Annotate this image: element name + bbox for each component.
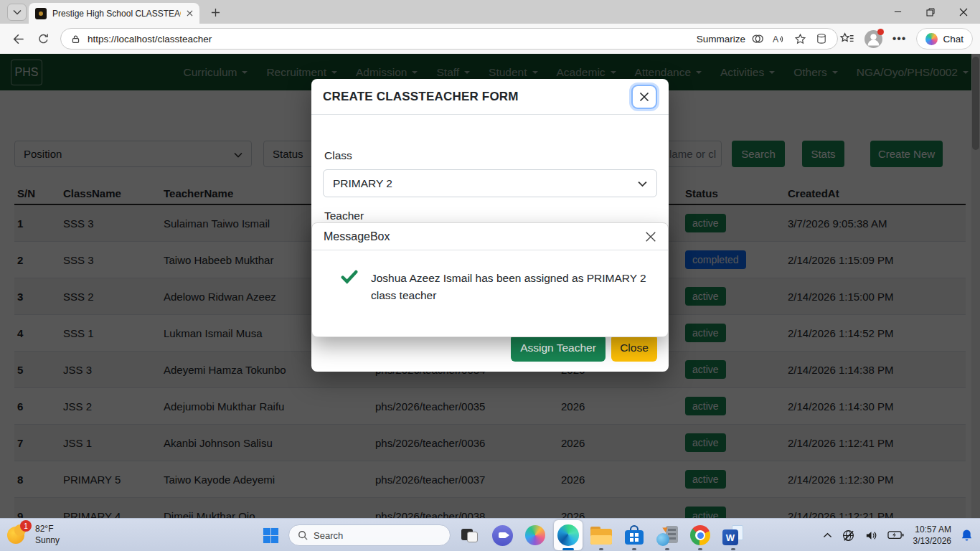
desktop: Prestige High School CLASSTEACH bbox=[0, 0, 980, 551]
taskbar-center: Search W bbox=[257, 520, 748, 550]
messagebox-modal: MessageBox Joshua Azeez Ismail has been … bbox=[311, 222, 669, 337]
no-internet-icon[interactable] bbox=[842, 529, 855, 542]
window-controls bbox=[881, 0, 980, 24]
chat-label: Chat bbox=[943, 34, 963, 44]
copilot-icon[interactable] bbox=[521, 520, 550, 550]
chrome-browser-icon[interactable] bbox=[686, 520, 715, 550]
messagebox-message: Joshua Azeez Ismail has been assigned as… bbox=[371, 270, 649, 304]
battery-charging-icon[interactable] bbox=[887, 530, 904, 540]
browser-tab[interactable]: Prestige High School CLASSTEACH bbox=[29, 3, 199, 24]
success-check-icon bbox=[341, 270, 358, 284]
edge-browser-icon[interactable] bbox=[554, 520, 583, 550]
assign-teacher-button[interactable]: Assign Teacher bbox=[511, 334, 606, 362]
database-icon[interactable] bbox=[816, 33, 827, 44]
toolbar-right: ••• Chat bbox=[839, 28, 973, 50]
copilot-chat-button[interactable]: Chat bbox=[916, 28, 973, 50]
window-minimize-button[interactable] bbox=[881, 0, 914, 24]
iis-server-icon[interactable] bbox=[653, 520, 682, 550]
lock-icon bbox=[71, 34, 80, 44]
taskbar: 1 82°F Sunny Search W bbox=[0, 518, 980, 551]
weather-condition: Sunny bbox=[35, 534, 60, 546]
taskbar-search-placeholder: Search bbox=[314, 530, 343, 541]
notification-badge: 1 bbox=[20, 520, 32, 532]
favorites-star-icon[interactable] bbox=[794, 33, 806, 45]
class-label: Class bbox=[324, 149, 352, 162]
browser-titlebar: Prestige High School CLASSTEACH bbox=[0, 0, 980, 24]
speaker-icon[interactable] bbox=[864, 529, 878, 542]
tray-time: 10:57 AM bbox=[913, 524, 951, 535]
microsoft-store-icon[interactable] bbox=[620, 520, 649, 550]
tray-date: 3/13/2026 bbox=[913, 535, 951, 547]
collections-icon[interactable] bbox=[839, 32, 854, 45]
svg-text:A: A bbox=[773, 34, 779, 44]
profile-alert-dot bbox=[877, 29, 884, 35]
summarize-button[interactable]: Summarize bbox=[697, 32, 764, 45]
taskbar-search[interactable]: Search bbox=[288, 524, 451, 546]
url-text: https://localhost/classteacher bbox=[88, 34, 212, 44]
address-bar[interactable]: https://localhost/classteacher Summarize… bbox=[60, 28, 838, 50]
teams-chat-icon[interactable] bbox=[488, 520, 517, 550]
messagebox-header: MessageBox bbox=[312, 223, 668, 250]
word-icon[interactable]: W bbox=[719, 520, 748, 550]
search-icon bbox=[298, 530, 308, 540]
class-select[interactable]: PRIMARY 2 bbox=[323, 169, 657, 197]
class-select-value: PRIMARY 2 bbox=[333, 177, 392, 190]
task-view-button[interactable] bbox=[455, 520, 484, 550]
window-close-button[interactable] bbox=[947, 0, 980, 24]
site-favicon bbox=[35, 8, 47, 19]
tray-chevron-up-icon[interactable] bbox=[823, 532, 832, 538]
tab-actions-button[interactable] bbox=[7, 4, 27, 21]
messagebox-body: Joshua Azeez Ismail has been assigned as… bbox=[312, 250, 668, 304]
messagebox-title: MessageBox bbox=[324, 230, 390, 243]
profile-avatar[interactable] bbox=[864, 30, 882, 48]
chevron-down-icon bbox=[638, 177, 647, 190]
new-tab-button[interactable] bbox=[207, 5, 224, 19]
tab-close-icon[interactable] bbox=[187, 10, 193, 17]
copilot-icon bbox=[751, 32, 764, 45]
weather-sun-icon: 1 bbox=[7, 524, 29, 545]
copilot-icon bbox=[925, 33, 938, 45]
summarize-label: Summarize bbox=[697, 34, 745, 44]
weather-temp: 82°F bbox=[35, 523, 60, 534]
start-button[interactable] bbox=[257, 521, 284, 550]
tab-title: Prestige High School CLASSTEACH bbox=[52, 9, 181, 19]
system-tray: 10:57 AM 3/13/2026 bbox=[823, 519, 973, 551]
file-explorer-icon[interactable] bbox=[587, 520, 616, 550]
notification-bell-icon[interactable] bbox=[961, 529, 973, 542]
windows-logo-icon bbox=[263, 527, 279, 544]
weather-widget[interactable]: 1 82°F Sunny bbox=[7, 523, 60, 546]
browser-toolbar: https://localhost/classteacher Summarize… bbox=[0, 24, 980, 54]
back-button[interactable] bbox=[9, 31, 26, 47]
chevron-down-icon bbox=[13, 9, 22, 15]
refresh-button[interactable] bbox=[34, 31, 52, 47]
messagebox-close-icon[interactable] bbox=[645, 231, 656, 242]
web-page: PHS Curriculum Recruitment Admission Sta… bbox=[0, 54, 980, 518]
read-aloud-icon[interactable]: A bbox=[771, 32, 785, 46]
teacher-label: Teacher bbox=[324, 209, 364, 222]
modal-header: CREATE CLASSTEACHER FORM bbox=[311, 79, 669, 115]
settings-menu-icon[interactable]: ••• bbox=[892, 32, 907, 45]
modal-title: CREATE CLASSTEACHER FORM bbox=[323, 90, 519, 104]
modal-close-footer-button[interactable]: Close bbox=[611, 334, 657, 362]
window-restore-button[interactable] bbox=[914, 0, 947, 24]
modal-close-button[interactable] bbox=[631, 85, 657, 109]
clock[interactable]: 10:57 AM 3/13/2026 bbox=[913, 524, 951, 547]
